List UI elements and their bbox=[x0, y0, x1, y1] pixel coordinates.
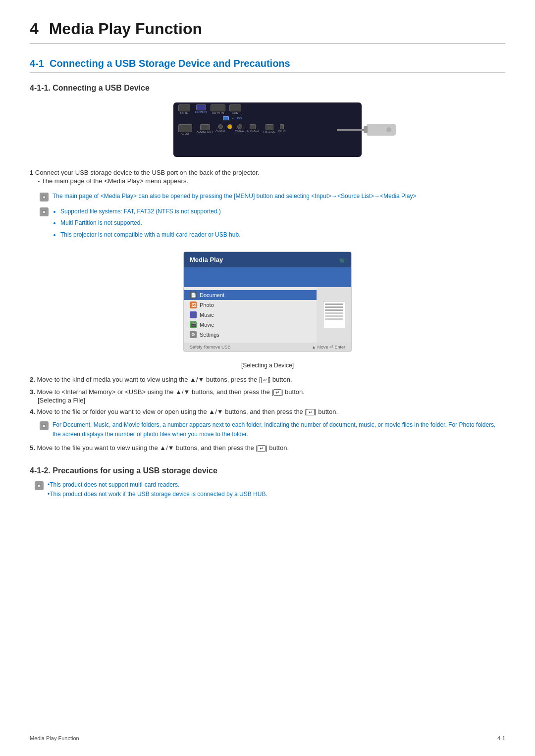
menu-item-photo[interactable]: 🖼 Photo bbox=[184, 300, 317, 310]
section-title-text: Connecting a USB Storage Device and Prec… bbox=[50, 58, 290, 69]
enter-icon-3: ↵ bbox=[273, 389, 281, 396]
subsection-title-4-1-2: 4-1-2. Precautions for using a USB stora… bbox=[30, 466, 505, 475]
svg-text:✱: ✱ bbox=[38, 484, 41, 488]
back-panel-image: PC IN HDMI IN HDTV IN LAN bbox=[173, 102, 362, 157]
note-2: ✱ Supported file systems: FAT, FAT32 (NT… bbox=[40, 206, 505, 242]
media-play-banner bbox=[184, 267, 351, 287]
step-3-sub: [Selecting a File] bbox=[38, 396, 505, 406]
section-title: 4-1 Connecting a USB Storage Device and … bbox=[30, 58, 505, 73]
precaution-2: •This product does not work if the USB s… bbox=[48, 490, 268, 499]
doc-thumbnail bbox=[323, 301, 345, 328]
step-3-number: 3. bbox=[30, 388, 35, 396]
media-play-header: Media Play 📺 bbox=[184, 252, 351, 267]
step-3-text: Move to <Internal Memory> or <USB> using… bbox=[37, 388, 304, 396]
note-1: ✱ The main page of <Media Play> can also… bbox=[40, 192, 505, 202]
menu-item-music[interactable]: 🎵 Music bbox=[184, 310, 317, 320]
footer-left: Safety Remove USB bbox=[190, 345, 231, 350]
menu-item-movie[interactable]: 🎬 Movie bbox=[184, 320, 317, 330]
step-3: 3. Move to <Internal Memory> or <USB> us… bbox=[30, 388, 505, 406]
note-1-text: The main page of <Media Play> can also b… bbox=[53, 192, 416, 201]
precautions-note: ✱ •This product does not support multi-c… bbox=[35, 480, 505, 499]
enter-icon-4: ↵ bbox=[307, 409, 315, 415]
note-icon-2: ✱ bbox=[40, 207, 49, 216]
step-2-text: Move to the kind of media you want to vi… bbox=[37, 376, 292, 383]
device-diagram: PC IN HDMI IN HDTV IN LAN bbox=[30, 102, 505, 157]
bullet-item-hub: This projector is not compatible with a … bbox=[60, 230, 241, 241]
menu-label-settings: Settings bbox=[200, 332, 219, 338]
subsection-title-4-1-1: 4-1-1. Connecting a USB Device bbox=[30, 84, 505, 93]
media-play-box: Media Play 📺 📄 Document 🖼 Photo 🎵 bbox=[183, 252, 352, 352]
note-3: ✱ For Document, Music, and Movie folders… bbox=[40, 420, 505, 439]
step-1-sub: - The main page of the <Media Play> menu… bbox=[38, 176, 505, 187]
menu-label-document: Document bbox=[200, 292, 224, 298]
step-4: 4. Move to the file or folder you want t… bbox=[30, 408, 505, 415]
step-4-text: Move to the file or folder you want to v… bbox=[37, 408, 338, 415]
photo-icon: 🖼 bbox=[190, 302, 197, 308]
media-play-menu: 📄 Document 🖼 Photo 🎵 Music 🎬 Movie bbox=[184, 287, 317, 343]
note-icon-1: ✱ bbox=[40, 193, 49, 202]
svg-text:✱: ✱ bbox=[43, 196, 46, 199]
chapter-title: 4 Media Play Function bbox=[30, 20, 505, 44]
step-5: 5. Move to the file you want to view usi… bbox=[30, 444, 505, 452]
menu-label-movie: Movie bbox=[200, 322, 214, 328]
svg-text:✱: ✱ bbox=[43, 210, 46, 214]
step-5-number: 5. bbox=[30, 444, 35, 452]
note-icon-3: ✱ bbox=[40, 421, 49, 430]
footer-right: ▲ Move ⏎ Enter bbox=[312, 345, 345, 350]
precaution-1: •This product does not support multi-car… bbox=[48, 480, 268, 490]
bullet-item-fat: Supported file systems: FAT, FAT32 (NTFS… bbox=[60, 206, 241, 217]
menu-label-photo: Photo bbox=[200, 302, 214, 308]
media-play-title: Media Play bbox=[190, 256, 223, 263]
step-4-number: 4. bbox=[30, 408, 35, 415]
enter-icon-5: ↵ bbox=[258, 445, 266, 452]
page-footer: Media Play Function 4-1 bbox=[30, 732, 505, 741]
step-1-text: Connect your USB storage device to the U… bbox=[35, 169, 259, 176]
footer-page-number: 4-1 bbox=[497, 735, 505, 741]
note-3-text: For Document, Music, and Movie folders, … bbox=[53, 420, 505, 439]
chapter-title-text: Media Play Function bbox=[49, 20, 202, 38]
media-play-content: 📄 Document 🖼 Photo 🎵 Music 🎬 Movie bbox=[184, 287, 351, 343]
selecting-device-label: [Selecting a Device] bbox=[30, 362, 505, 369]
media-play-icon: 📺 bbox=[339, 257, 345, 262]
menu-item-document[interactable]: 📄 Document bbox=[184, 290, 317, 300]
media-play-footer: Safety Remove USB ▲ Move ⏎ Enter bbox=[184, 343, 351, 352]
precautions-icon: ✱ bbox=[35, 481, 44, 490]
svg-text:✱: ✱ bbox=[43, 424, 46, 428]
doc-thumbnail-area bbox=[317, 287, 351, 343]
doc-icon: 📄 bbox=[190, 292, 197, 299]
footer-section-name: Media Play Function bbox=[30, 735, 79, 741]
section-number: 4-1 bbox=[30, 58, 44, 69]
settings-icon: ⚙ bbox=[190, 331, 197, 338]
step-2: 2. Move to the kind of media you want to… bbox=[30, 376, 505, 383]
step-5-text: Move to the file you want to view using … bbox=[37, 444, 289, 452]
bullet-item-partition: Multi Partition is not supported. bbox=[60, 218, 241, 229]
step-1: 1 Connect your USB storage device to the… bbox=[30, 169, 505, 187]
menu-item-settings[interactable]: ⚙ Settings bbox=[184, 330, 317, 340]
enter-icon-2: ↵ bbox=[261, 377, 269, 383]
movie-icon: 🎬 bbox=[190, 321, 197, 328]
menu-label-music: Music bbox=[200, 312, 214, 318]
music-icon: 🎵 bbox=[190, 311, 197, 318]
media-play-screenshot: Media Play 📺 📄 Document 🖼 Photo 🎵 bbox=[30, 252, 505, 352]
step-1-number: 1 bbox=[30, 169, 33, 176]
chapter-number: 4 bbox=[30, 20, 39, 38]
step-2-number: 2. bbox=[30, 376, 35, 383]
